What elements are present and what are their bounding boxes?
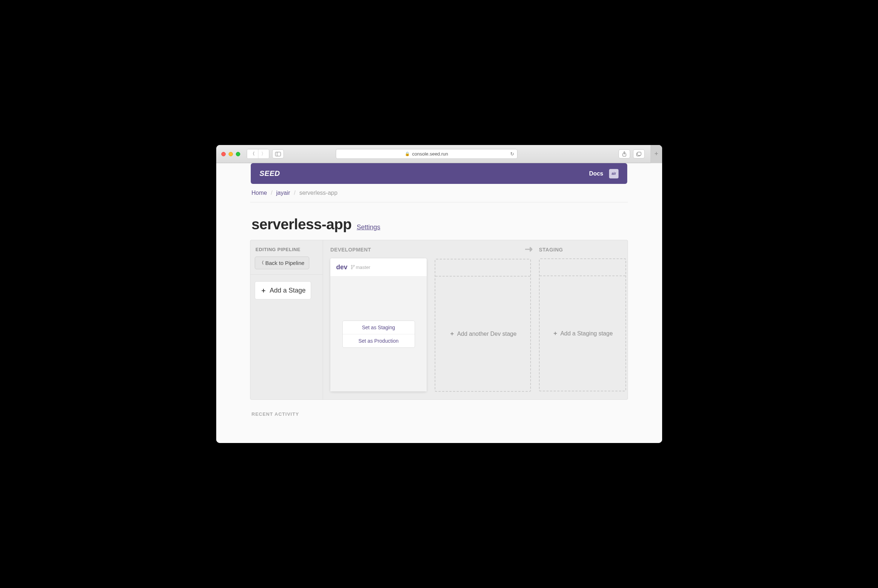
branch-name: master xyxy=(356,265,370,270)
svg-rect-4 xyxy=(637,152,641,155)
breadcrumb-sep: / xyxy=(271,190,272,196)
add-dev-stage-button[interactable]: ＋ Add another Dev stage xyxy=(435,276,530,391)
dev-stage-card: dev master Set as Staging Set as Product… xyxy=(330,258,427,392)
staging-column: STAGING ＋ Add a Staging stage xyxy=(539,247,626,392)
editing-header: EDITING PIPELINE xyxy=(250,240,323,256)
breadcrumb-home[interactable]: Home xyxy=(252,190,267,196)
app-topnav: SEED Docs air xyxy=(251,163,627,184)
breadcrumb-org[interactable]: jayair xyxy=(276,190,290,196)
close-window-icon[interactable] xyxy=(221,152,226,156)
svg-point-7 xyxy=(351,268,352,269)
settings-link[interactable]: Settings xyxy=(357,224,380,231)
add-dev-label: Add another Dev stage xyxy=(457,331,517,337)
svg-point-6 xyxy=(354,265,355,266)
placeholder-header xyxy=(435,260,530,276)
git-branch-icon xyxy=(351,265,355,269)
development-label: DEVELOPMENT xyxy=(330,247,427,253)
stage-name[interactable]: dev xyxy=(336,264,348,271)
stage-card-header: dev master xyxy=(330,258,427,276)
new-tab-button[interactable]: + xyxy=(650,145,662,163)
browser-window: 〈 〉 🔒 console.seed.run ↻ + SEED Docs xyxy=(216,145,662,443)
svg-point-5 xyxy=(351,265,352,266)
maximize-window-icon[interactable] xyxy=(236,152,240,156)
plus-icon: ＋ xyxy=(552,330,558,337)
column-spacer xyxy=(435,247,531,253)
breadcrumb-sep: / xyxy=(294,190,295,196)
add-stage-button[interactable]: ＋ Add a Stage xyxy=(255,281,311,300)
recent-activity-header: RECENT ACTIVITY xyxy=(250,400,628,420)
page-title: serverless-app xyxy=(252,216,351,232)
placeholder-header xyxy=(540,259,625,276)
stages-area: DEVELOPMENT dev master xyxy=(323,240,628,399)
back-label: Back to Pipeline xyxy=(265,260,304,266)
editing-sidebar: EDITING PIPELINE 〈 Back to Pipeline ＋ Ad… xyxy=(250,240,323,399)
sidebar-toggle-button[interactable] xyxy=(272,149,284,159)
add-staging-stage-button[interactable]: ＋ Add a Staging stage xyxy=(540,276,625,391)
breadcrumb-current: serverless-app xyxy=(300,190,338,196)
arrow-right-icon xyxy=(525,247,532,253)
add-dev-column: ＋ Add another Dev stage xyxy=(435,247,531,392)
svg-rect-0 xyxy=(275,152,280,156)
plus-icon: ＋ xyxy=(449,330,455,338)
back-to-pipeline-button[interactable]: 〈 Back to Pipeline xyxy=(255,256,309,269)
plus-icon: ＋ xyxy=(260,286,267,295)
right-toolbar xyxy=(619,149,645,159)
add-stage-label: Add a Stage xyxy=(270,287,306,294)
staging-label: STAGING xyxy=(539,247,626,253)
window-controls xyxy=(221,152,240,156)
docs-link[interactable]: Docs xyxy=(589,171,603,177)
stage-card-body: Set as Staging Set as Production xyxy=(330,276,427,392)
add-staging-label: Add a Staging stage xyxy=(560,330,613,337)
development-column: DEVELOPMENT dev master xyxy=(330,247,427,392)
share-button[interactable] xyxy=(619,149,630,159)
page-header: serverless-app Settings xyxy=(250,202,628,240)
address-bar[interactable]: 🔒 console.seed.run ↻ xyxy=(336,149,517,159)
stage-actions: Set as Staging Set as Production xyxy=(342,321,415,348)
back-button[interactable]: 〈 xyxy=(247,149,258,159)
add-dev-placeholder: ＋ Add another Dev stage xyxy=(435,259,531,392)
branch-indicator: master xyxy=(351,265,370,270)
browser-titlebar: 〈 〉 🔒 console.seed.run ↻ + xyxy=(216,145,662,163)
add-staging-placeholder: ＋ Add a Staging stage xyxy=(539,258,626,392)
chevron-left-icon: 〈 xyxy=(259,260,264,266)
set-as-production-button[interactable]: Set as Production xyxy=(343,334,415,347)
nav-buttons: 〈 〉 xyxy=(247,149,269,159)
divider xyxy=(250,274,323,275)
reload-icon[interactable]: ↻ xyxy=(510,151,514,157)
logo[interactable]: SEED xyxy=(259,170,280,178)
address-text: console.seed.run xyxy=(412,151,448,157)
pipeline-editor: EDITING PIPELINE 〈 Back to Pipeline ＋ Ad… xyxy=(250,240,628,400)
breadcrumb: Home / jayair / serverless-app xyxy=(250,184,628,202)
forward-button[interactable]: 〉 xyxy=(258,149,269,159)
lock-icon: 🔒 xyxy=(405,152,410,156)
page-content: SEED Docs air Home / jayair / serverless… xyxy=(216,163,662,443)
minimize-window-icon[interactable] xyxy=(229,152,233,156)
set-as-staging-button[interactable]: Set as Staging xyxy=(343,321,415,334)
avatar[interactable]: air xyxy=(609,169,619,178)
tabs-button[interactable] xyxy=(633,149,645,159)
